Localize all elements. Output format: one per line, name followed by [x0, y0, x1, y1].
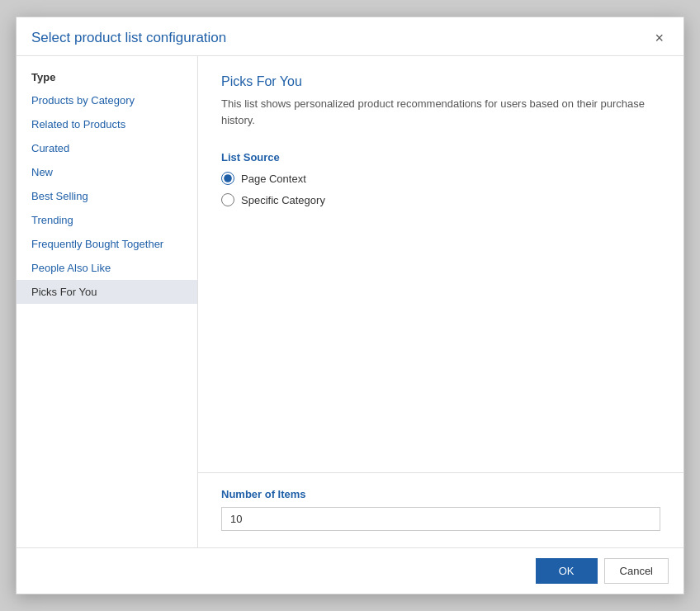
radio-item-specific-category[interactable]: Specific Category — [221, 193, 660, 206]
sidebar: Type Products by Category Related to Pro… — [17, 56, 198, 547]
main-section-title: Picks For You — [221, 74, 660, 89]
sidebar-item-new[interactable]: New — [17, 160, 197, 184]
sidebar-item-products-by-category[interactable]: Products by Category — [17, 88, 197, 112]
main-top: Picks For You This list shows personaliz… — [198, 56, 683, 472]
main-description: This list shows personalized product rec… — [221, 96, 660, 128]
radio-label-page-context: Page Context — [241, 173, 306, 185]
ok-button[interactable]: OK — [536, 558, 598, 584]
sidebar-item-curated[interactable]: Curated — [17, 136, 197, 160]
radio-item-page-context[interactable]: Page Context — [221, 172, 660, 185]
radio-label-specific-category: Specific Category — [241, 194, 325, 206]
cancel-button[interactable]: Cancel — [604, 558, 669, 584]
sidebar-item-people-also-like[interactable]: People Also Like — [17, 256, 197, 280]
dialog-title: Select product list configuration — [31, 30, 226, 46]
sidebar-item-frequently-bought-together[interactable]: Frequently Bought Together — [17, 232, 197, 256]
sidebar-item-best-selling[interactable]: Best Selling — [17, 184, 197, 208]
main-content: Picks For You This list shows personaliz… — [198, 56, 683, 547]
dialog-body: Type Products by Category Related to Pro… — [17, 56, 683, 547]
radio-group: Page Context Specific Category — [221, 172, 660, 206]
list-source-label: List Source — [221, 151, 660, 163]
sidebar-item-related-to-products[interactable]: Related to Products — [17, 112, 197, 136]
dialog-footer: OK Cancel — [17, 547, 683, 594]
select-product-list-dialog: Select product list configuration × Type… — [16, 17, 684, 594]
radio-page-context[interactable] — [221, 172, 234, 185]
main-bottom: Number of Items — [198, 472, 683, 547]
sidebar-item-picks-for-you[interactable]: Picks For You — [17, 280, 197, 304]
radio-specific-category[interactable] — [221, 193, 234, 206]
close-button[interactable]: × — [650, 29, 669, 47]
dialog-header: Select product list configuration × — [17, 17, 683, 56]
sidebar-item-trending[interactable]: Trending — [17, 208, 197, 232]
number-of-items-label: Number of Items — [221, 488, 660, 500]
sidebar-section-label: Type — [17, 64, 197, 88]
number-of-items-input[interactable] — [221, 507, 660, 531]
